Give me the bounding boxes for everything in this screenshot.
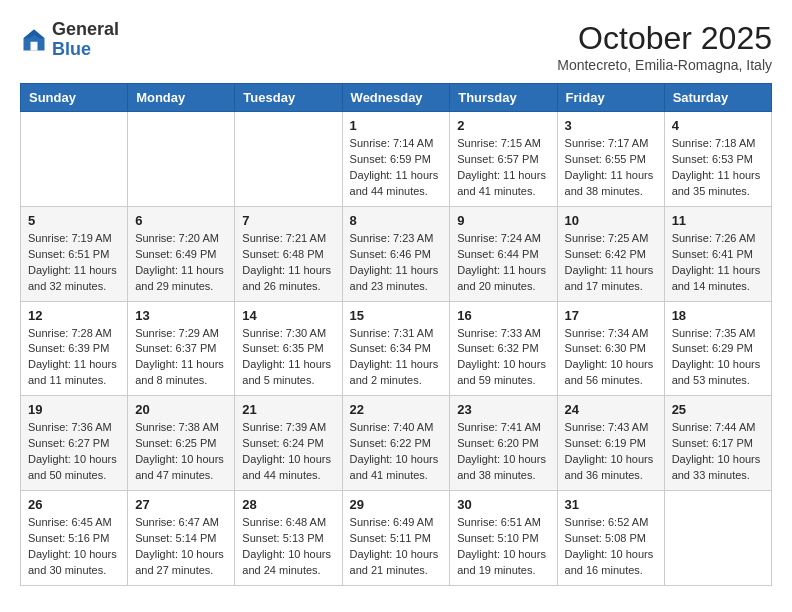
calendar-cell: 10Sunrise: 7:25 AM Sunset: 6:42 PM Dayli… <box>557 206 664 301</box>
day-info: Sunrise: 6:47 AM Sunset: 5:14 PM Dayligh… <box>135 515 227 579</box>
day-number: 27 <box>135 497 227 512</box>
day-info: Sunrise: 7:29 AM Sunset: 6:37 PM Dayligh… <box>135 326 227 390</box>
month-title: October 2025 <box>557 20 772 57</box>
calendar-cell: 14Sunrise: 7:30 AM Sunset: 6:35 PM Dayli… <box>235 301 342 396</box>
day-number: 10 <box>565 213 657 228</box>
day-number: 4 <box>672 118 764 133</box>
calendar-cell: 26Sunrise: 6:45 AM Sunset: 5:16 PM Dayli… <box>21 491 128 586</box>
day-info: Sunrise: 6:52 AM Sunset: 5:08 PM Dayligh… <box>565 515 657 579</box>
day-number: 1 <box>350 118 443 133</box>
calendar-cell: 22Sunrise: 7:40 AM Sunset: 6:22 PM Dayli… <box>342 396 450 491</box>
day-info: Sunrise: 7:30 AM Sunset: 6:35 PM Dayligh… <box>242 326 334 390</box>
day-info: Sunrise: 7:19 AM Sunset: 6:51 PM Dayligh… <box>28 231 120 295</box>
calendar-cell <box>664 491 771 586</box>
calendar-cell: 8Sunrise: 7:23 AM Sunset: 6:46 PM Daylig… <box>342 206 450 301</box>
calendar-cell: 6Sunrise: 7:20 AM Sunset: 6:49 PM Daylig… <box>128 206 235 301</box>
day-info: Sunrise: 7:39 AM Sunset: 6:24 PM Dayligh… <box>242 420 334 484</box>
day-number: 12 <box>28 308 120 323</box>
day-info: Sunrise: 7:36 AM Sunset: 6:27 PM Dayligh… <box>28 420 120 484</box>
day-info: Sunrise: 7:31 AM Sunset: 6:34 PM Dayligh… <box>350 326 443 390</box>
calendar-cell: 31Sunrise: 6:52 AM Sunset: 5:08 PM Dayli… <box>557 491 664 586</box>
day-info: Sunrise: 7:24 AM Sunset: 6:44 PM Dayligh… <box>457 231 549 295</box>
day-info: Sunrise: 7:28 AM Sunset: 6:39 PM Dayligh… <box>28 326 120 390</box>
calendar-cell: 13Sunrise: 7:29 AM Sunset: 6:37 PM Dayli… <box>128 301 235 396</box>
day-info: Sunrise: 6:48 AM Sunset: 5:13 PM Dayligh… <box>242 515 334 579</box>
day-info: Sunrise: 7:20 AM Sunset: 6:49 PM Dayligh… <box>135 231 227 295</box>
calendar-cell: 21Sunrise: 7:39 AM Sunset: 6:24 PM Dayli… <box>235 396 342 491</box>
calendar-cell: 7Sunrise: 7:21 AM Sunset: 6:48 PM Daylig… <box>235 206 342 301</box>
day-number: 8 <box>350 213 443 228</box>
day-info: Sunrise: 7:15 AM Sunset: 6:57 PM Dayligh… <box>457 136 549 200</box>
calendar-cell: 29Sunrise: 6:49 AM Sunset: 5:11 PM Dayli… <box>342 491 450 586</box>
day-info: Sunrise: 7:26 AM Sunset: 6:41 PM Dayligh… <box>672 231 764 295</box>
day-number: 26 <box>28 497 120 512</box>
day-number: 29 <box>350 497 443 512</box>
day-number: 30 <box>457 497 549 512</box>
calendar-cell: 25Sunrise: 7:44 AM Sunset: 6:17 PM Dayli… <box>664 396 771 491</box>
calendar-cell <box>21 112 128 207</box>
logo-general-text: General <box>52 19 119 39</box>
day-info: Sunrise: 7:40 AM Sunset: 6:22 PM Dayligh… <box>350 420 443 484</box>
calendar-cell: 11Sunrise: 7:26 AM Sunset: 6:41 PM Dayli… <box>664 206 771 301</box>
day-number: 20 <box>135 402 227 417</box>
day-number: 21 <box>242 402 334 417</box>
calendar-cell: 16Sunrise: 7:33 AM Sunset: 6:32 PM Dayli… <box>450 301 557 396</box>
calendar-cell: 18Sunrise: 7:35 AM Sunset: 6:29 PM Dayli… <box>664 301 771 396</box>
svg-rect-2 <box>31 42 38 51</box>
header: General Blue October 2025 Montecreto, Em… <box>20 20 772 73</box>
calendar-cell: 2Sunrise: 7:15 AM Sunset: 6:57 PM Daylig… <box>450 112 557 207</box>
day-number: 18 <box>672 308 764 323</box>
day-number: 6 <box>135 213 227 228</box>
day-info: Sunrise: 7:25 AM Sunset: 6:42 PM Dayligh… <box>565 231 657 295</box>
day-info: Sunrise: 7:34 AM Sunset: 6:30 PM Dayligh… <box>565 326 657 390</box>
day-number: 2 <box>457 118 549 133</box>
day-of-week-header: Thursday <box>450 84 557 112</box>
calendar-cell: 20Sunrise: 7:38 AM Sunset: 6:25 PM Dayli… <box>128 396 235 491</box>
day-info: Sunrise: 7:21 AM Sunset: 6:48 PM Dayligh… <box>242 231 334 295</box>
day-of-week-header: Saturday <box>664 84 771 112</box>
day-number: 5 <box>28 213 120 228</box>
calendar-cell: 9Sunrise: 7:24 AM Sunset: 6:44 PM Daylig… <box>450 206 557 301</box>
day-number: 25 <box>672 402 764 417</box>
day-number: 13 <box>135 308 227 323</box>
day-number: 11 <box>672 213 764 228</box>
day-number: 9 <box>457 213 549 228</box>
logo: General Blue <box>20 20 119 60</box>
calendar-cell: 4Sunrise: 7:18 AM Sunset: 6:53 PM Daylig… <box>664 112 771 207</box>
calendar-cell: 3Sunrise: 7:17 AM Sunset: 6:55 PM Daylig… <box>557 112 664 207</box>
day-info: Sunrise: 7:14 AM Sunset: 6:59 PM Dayligh… <box>350 136 443 200</box>
day-info: Sunrise: 7:41 AM Sunset: 6:20 PM Dayligh… <box>457 420 549 484</box>
calendar-cell: 19Sunrise: 7:36 AM Sunset: 6:27 PM Dayli… <box>21 396 128 491</box>
calendar-cell: 12Sunrise: 7:28 AM Sunset: 6:39 PM Dayli… <box>21 301 128 396</box>
day-info: Sunrise: 6:45 AM Sunset: 5:16 PM Dayligh… <box>28 515 120 579</box>
calendar: SundayMondayTuesdayWednesdayThursdayFrid… <box>20 83 772 586</box>
day-number: 15 <box>350 308 443 323</box>
calendar-cell: 27Sunrise: 6:47 AM Sunset: 5:14 PM Dayli… <box>128 491 235 586</box>
day-number: 3 <box>565 118 657 133</box>
day-number: 17 <box>565 308 657 323</box>
logo-blue-text: Blue <box>52 39 91 59</box>
calendar-cell: 28Sunrise: 6:48 AM Sunset: 5:13 PM Dayli… <box>235 491 342 586</box>
day-info: Sunrise: 7:35 AM Sunset: 6:29 PM Dayligh… <box>672 326 764 390</box>
day-number: 28 <box>242 497 334 512</box>
day-number: 14 <box>242 308 334 323</box>
day-of-week-header: Friday <box>557 84 664 112</box>
day-number: 19 <box>28 402 120 417</box>
day-number: 22 <box>350 402 443 417</box>
calendar-cell: 24Sunrise: 7:43 AM Sunset: 6:19 PM Dayli… <box>557 396 664 491</box>
calendar-cell: 17Sunrise: 7:34 AM Sunset: 6:30 PM Dayli… <box>557 301 664 396</box>
day-number: 31 <box>565 497 657 512</box>
day-info: Sunrise: 7:43 AM Sunset: 6:19 PM Dayligh… <box>565 420 657 484</box>
day-number: 24 <box>565 402 657 417</box>
day-number: 23 <box>457 402 549 417</box>
calendar-cell: 5Sunrise: 7:19 AM Sunset: 6:51 PM Daylig… <box>21 206 128 301</box>
calendar-cell: 23Sunrise: 7:41 AM Sunset: 6:20 PM Dayli… <box>450 396 557 491</box>
day-info: Sunrise: 7:23 AM Sunset: 6:46 PM Dayligh… <box>350 231 443 295</box>
location-subtitle: Montecreto, Emilia-Romagna, Italy <box>557 57 772 73</box>
calendar-cell: 15Sunrise: 7:31 AM Sunset: 6:34 PM Dayli… <box>342 301 450 396</box>
logo-icon <box>20 26 48 54</box>
day-info: Sunrise: 7:38 AM Sunset: 6:25 PM Dayligh… <box>135 420 227 484</box>
day-of-week-header: Wednesday <box>342 84 450 112</box>
calendar-cell <box>128 112 235 207</box>
day-info: Sunrise: 7:44 AM Sunset: 6:17 PM Dayligh… <box>672 420 764 484</box>
